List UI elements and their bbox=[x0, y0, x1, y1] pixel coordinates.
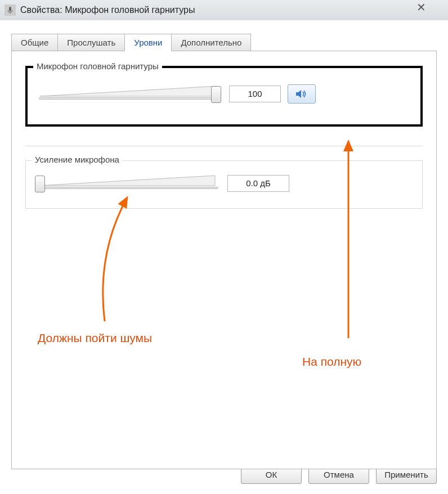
cancel-button-label: Отмена bbox=[324, 470, 354, 479]
close-button[interactable]: ✕ bbox=[407, 1, 434, 14]
mic-gain-track bbox=[37, 187, 218, 189]
svg-marker-4 bbox=[38, 176, 215, 186]
mic-level-wedge bbox=[37, 84, 222, 104]
annotation-noise: Должны пойти шумы bbox=[38, 331, 152, 345]
tab-general-label: Общие bbox=[21, 38, 48, 47]
group-mic-gain-legend: Усиление микрофона bbox=[32, 155, 123, 164]
section-divider bbox=[25, 146, 423, 146]
group-mic-gain: Усиление микрофона 0.0 дБ bbox=[25, 160, 423, 209]
mic-level-thumb[interactable] bbox=[211, 86, 221, 103]
group-mic-level: Микрофон головной гарнитуры 100 bbox=[25, 66, 423, 127]
mic-gain-thumb[interactable] bbox=[35, 176, 45, 192]
dialog-body: Общие Прослушать Уровни Дополнительно Ми… bbox=[0, 20, 448, 494]
tab-levels[interactable]: Уровни bbox=[124, 34, 172, 51]
mic-gain-wedge bbox=[35, 173, 221, 194]
mute-button[interactable] bbox=[288, 84, 316, 104]
tab-advanced[interactable]: Дополнительно bbox=[171, 34, 251, 51]
mic-level-slider[interactable] bbox=[37, 84, 222, 104]
window-title: Свойства: Микрофон головной гарнитуры bbox=[20, 5, 195, 15]
tab-advanced-label: Дополнительно bbox=[181, 38, 241, 47]
microphone-icon bbox=[5, 5, 16, 16]
tab-panel-levels: Микрофон головной гарнитуры 100 bbox=[11, 51, 437, 469]
titlebar: Свойства: Микрофон головной гарнитуры bbox=[0, 0, 448, 20]
ok-button-label: ОК bbox=[266, 470, 277, 479]
mic-level-value[interactable]: 100 bbox=[229, 86, 281, 102]
mic-level-track bbox=[39, 97, 220, 100]
svg-rect-0 bbox=[9, 7, 11, 11]
svg-marker-2 bbox=[40, 86, 217, 96]
tab-strip: Общие Прослушать Уровни Дополнительно bbox=[11, 34, 437, 51]
tab-levels-label: Уровни bbox=[134, 38, 162, 47]
tab-listen-label: Прослушать bbox=[67, 38, 115, 47]
mic-gain-row: 0.0 дБ bbox=[26, 161, 422, 194]
tab-general[interactable]: Общие bbox=[11, 34, 58, 51]
speaker-icon bbox=[295, 88, 308, 100]
tab-listen[interactable]: Прослушать bbox=[57, 34, 125, 51]
mic-level-row: 100 bbox=[28, 68, 420, 104]
svg-marker-3 bbox=[296, 90, 301, 98]
group-mic-level-legend: Микрофон головной гарнитуры bbox=[33, 61, 162, 71]
arrow-noise-icon bbox=[91, 192, 158, 327]
annotation-full: На полную bbox=[302, 355, 361, 369]
mic-gain-value[interactable]: 0.0 дБ bbox=[227, 175, 289, 192]
mic-gain-slider[interactable] bbox=[35, 173, 221, 194]
apply-button-label: Применить bbox=[384, 470, 428, 479]
